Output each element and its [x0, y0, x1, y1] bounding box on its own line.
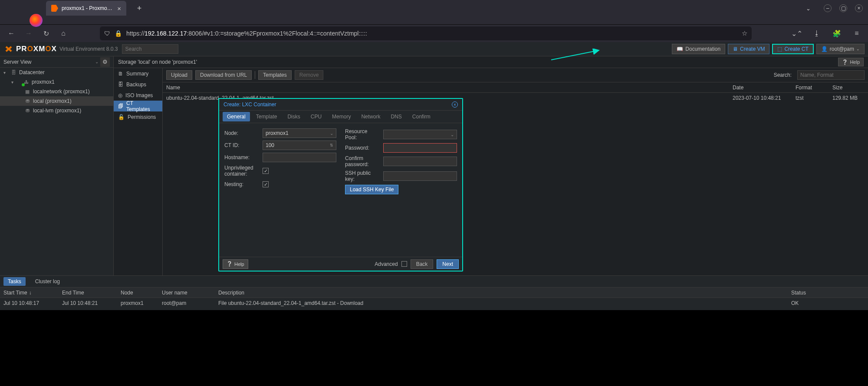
col-user[interactable]: User name — [158, 290, 215, 296]
close-tab-icon[interactable]: × — [117, 5, 121, 12]
load-ssh-key-button[interactable]: Load SSH Key File — [345, 185, 398, 194]
task-row[interactable]: Jul 10 10:48:17 Jul 10 10:48:21 proxmox1… — [0, 298, 868, 308]
proxmox-logo: PROXMOX — [3, 45, 57, 53]
unprivileged-checkbox[interactable]: ✓ — [263, 168, 269, 174]
subsidebar-label: Summary — [126, 71, 148, 77]
col-node[interactable]: Node — [117, 290, 158, 296]
field-unprivileged: Unprivileged container: ✓ — [224, 165, 336, 177]
back-button[interactable]: Back — [411, 259, 434, 269]
col-size[interactable]: Size — [829, 85, 868, 91]
upload-button[interactable]: Upload — [166, 70, 192, 80]
user-label: root@pam — [830, 46, 854, 52]
subsidebar-permissions[interactable]: 🔓Permissions — [114, 111, 162, 122]
tree-storage-local-lvm[interactable]: ⛃local-lvm (proxmox1) — [0, 106, 113, 115]
bookmark-star-icon[interactable]: ☆ — [742, 29, 747, 37]
tab-memory[interactable]: Memory — [328, 112, 355, 121]
cell-user: root@pam — [158, 300, 215, 306]
resource-pool-select[interactable]: ⌄ — [383, 130, 457, 139]
tab-confirm[interactable]: Confirm — [408, 112, 435, 121]
chevron-down-icon[interactable]: ⌄ — [95, 59, 99, 64]
menu-icon[interactable]: ≡ — [850, 26, 864, 40]
password-input[interactable] — [383, 143, 457, 153]
download-url-button[interactable]: Download from URL — [195, 70, 252, 80]
minimize-icon[interactable]: – — [824, 4, 832, 12]
col-status[interactable]: Status — [788, 290, 868, 296]
field-node: Node: proxmox1⌄ — [224, 128, 336, 138]
remove-button[interactable]: Remove — [295, 70, 324, 80]
url-bar[interactable]: 🛡 🔒 https://192.168.122.17:8006/#v1:0:=s… — [100, 26, 752, 40]
create-vm-button[interactable]: 🖥Create VM — [728, 44, 769, 54]
advanced-checkbox[interactable] — [401, 261, 407, 267]
modal-help-button[interactable]: ❔Help — [223, 259, 248, 269]
template-search-input[interactable] — [797, 70, 865, 80]
subsidebar-summary[interactable]: 🗎Summary — [114, 68, 162, 79]
documentation-button[interactable]: 📖Documentation — [672, 44, 725, 54]
modal-title-bar[interactable]: Create: LXC Container × — [219, 99, 462, 111]
tree-item-label: local-lvm (proxmox1) — [33, 108, 81, 114]
spinner-icon[interactable]: ⇅ — [330, 143, 333, 147]
tab-cluster-log[interactable]: Cluster log — [31, 277, 64, 286]
extensions-icon[interactable]: 🧩 — [830, 26, 844, 40]
tree-node-proxmox1[interactable]: ▾🖧proxmox1 — [0, 77, 113, 87]
node-select[interactable]: proxmox1⌄ — [263, 128, 336, 138]
subsidebar-ct-templates[interactable]: 🗐CT Templates — [114, 101, 162, 111]
nesting-label: Nesting: — [224, 181, 260, 187]
tab-general[interactable]: General — [223, 112, 250, 121]
cell-start: Jul 10 10:48:17 — [0, 300, 59, 306]
mtab-label: Confirm — [412, 114, 431, 120]
tree-storage-local[interactable]: ⛃local (proxmox1) — [0, 96, 113, 106]
ssh-key-input[interactable] — [383, 171, 457, 181]
tab-template[interactable]: Template — [252, 112, 282, 121]
tab-disks[interactable]: Disks — [283, 112, 304, 121]
ssh-key-label: SSH public key: — [345, 170, 381, 182]
backups-icon: 🗄 — [118, 82, 123, 88]
home-button[interactable]: ⌂ — [56, 26, 70, 40]
back-button[interactable]: ← — [4, 26, 18, 40]
maximize-icon[interactable]: ▢ — [839, 4, 847, 12]
new-tab-button[interactable]: + — [133, 2, 145, 14]
tab-list-icon[interactable]: ⌄ — [806, 5, 811, 12]
browser-tab[interactable]: proxmox1 - Proxmox Virt × — [46, 1, 126, 16]
next-button[interactable]: Next — [437, 259, 459, 269]
col-end-time[interactable]: End Time — [59, 290, 117, 296]
templates-button[interactable]: Templates — [258, 70, 292, 80]
subsidebar-iso[interactable]: ◎ISO Images — [114, 90, 162, 101]
tab-strip: proxmox1 - Proxmox Virt × + ⌄ – ▢ × — [0, 0, 868, 16]
help-button[interactable]: ❔Help — [838, 58, 864, 66]
tab-dns[interactable]: DNS — [386, 112, 406, 121]
col-description[interactable]: Description — [215, 290, 788, 296]
lock-icon: 🔓 — [118, 114, 125, 120]
user-menu-button[interactable]: 👤root@pam ⌄ — [816, 44, 865, 54]
subsidebar-backups[interactable]: 🗄Backups — [114, 79, 162, 90]
tab-cpu[interactable]: CPU — [306, 112, 326, 121]
tasks-header: Start Time↓ End Time Node User name Desc… — [0, 288, 868, 298]
col-date[interactable]: Date — [729, 85, 792, 91]
ctid-input[interactable]: 100⇅ — [263, 141, 336, 150]
create-ct-button[interactable]: ⬚Create CT — [772, 44, 813, 54]
view-selector[interactable]: Server View — [3, 59, 31, 65]
col-name[interactable]: Name — [163, 85, 729, 91]
cube-icon: ⬚ — [777, 46, 782, 52]
tab-network[interactable]: Network — [357, 112, 385, 121]
confirm-password-input[interactable] — [383, 157, 457, 166]
nesting-checkbox[interactable]: ✓ — [263, 181, 269, 187]
tree-network-local[interactable]: ▦localnetwork (proxmox1) — [0, 87, 113, 96]
documentation-label: Documentation — [685, 46, 720, 52]
col-start-time[interactable]: Start Time↓ — [0, 290, 59, 296]
panel-toolbar: Upload Download from URL Templates Remov… — [163, 68, 868, 82]
col-format[interactable]: Format — [792, 85, 829, 91]
reload-button[interactable]: ↻ — [39, 26, 53, 40]
sort-down-icon: ↓ — [29, 290, 32, 296]
pocket-icon[interactable]: ⌄⌃ — [790, 26, 804, 40]
tree-datacenter[interactable]: ▾🗄Datacenter — [0, 68, 113, 77]
modal-close-icon[interactable]: × — [452, 101, 458, 108]
global-search-input[interactable] — [122, 44, 178, 54]
close-window-icon[interactable]: × — [855, 4, 863, 12]
tab-tasks[interactable]: Tasks — [3, 277, 26, 286]
next-label: Next — [442, 261, 453, 267]
downloads-icon[interactable]: ⭳ — [810, 26, 824, 40]
hostname-input[interactable] — [263, 153, 336, 162]
gear-icon[interactable]: ⚙ — [100, 57, 110, 67]
summary-icon: 🗎 — [118, 71, 123, 77]
forward-button[interactable]: → — [22, 26, 36, 40]
